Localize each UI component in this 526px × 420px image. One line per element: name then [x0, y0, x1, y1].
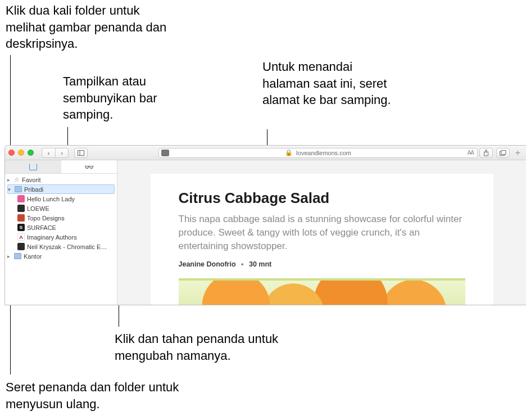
new-tab-button[interactable]: +: [513, 148, 523, 158]
bookmark-item[interactable]: LOEWE: [5, 204, 117, 213]
page-content: Citrus Cabbage Salad This napa cabbage s…: [117, 160, 526, 305]
bookmark-list: ▸ ☆ Favorit ▾ Pribadi Hello Lunch Lady L…: [5, 174, 117, 305]
bookmark-label: Topo Designs: [27, 215, 65, 222]
back-button[interactable]: ‹: [42, 148, 55, 158]
bookmarks-sidebar: 👓 ▸ ☆ Favorit ▾ Pribadi Hello Lunch Lady: [5, 160, 117, 305]
text-size-button[interactable]: AA: [468, 150, 474, 156]
svg-rect-5: [501, 150, 506, 154]
zoom-button[interactable]: [28, 150, 34, 156]
article-byline: Jeanine Donofrio • 30 mnt: [179, 260, 465, 268]
glasses-icon: 👓: [84, 162, 94, 171]
bookmark-item[interactable]: Neil Kryszak - Chromatic E…: [5, 242, 117, 251]
callout-line: [67, 127, 68, 147]
callout-reorder: Seret penanda dan folder untuk menyusun …: [6, 379, 202, 412]
bookmark-label: Neil Kryszak - Chromatic E…: [27, 243, 107, 250]
bookmark-label: Imaginary Authors: [27, 234, 77, 241]
share-button[interactable]: [479, 148, 493, 158]
article-time: 30 mnt: [249, 260, 271, 268]
nav-group: ‹ ›: [42, 148, 69, 158]
callout-showhide: Tampilkan atau sembunyikan bar samping.: [63, 73, 203, 123]
bookmark-item[interactable]: A Imaginary Authors: [5, 232, 117, 242]
lock-icon: 🔒: [285, 149, 293, 156]
close-button[interactable]: [8, 150, 15, 156]
sidebar-toggle-button[interactable]: [74, 148, 88, 158]
folder-icon: [15, 186, 22, 192]
reader-icon[interactable]: [161, 150, 169, 156]
callout-dragaddress: Untuk menandai halaman saat ini, seret a…: [262, 58, 403, 109]
bookmark-item[interactable]: Hello Lunch Lady: [5, 194, 117, 204]
article-author: Jeanine Donofrio: [179, 260, 236, 268]
chevron-right-icon[interactable]: ▸: [7, 254, 12, 259]
url-text: loveandlemons.com: [296, 150, 351, 156]
forward-button[interactable]: ›: [55, 148, 69, 158]
chevron-down-icon[interactable]: ▾: [8, 187, 12, 192]
favicon: S: [17, 224, 25, 231]
article-title: Citrus Cabbage Salad: [179, 189, 465, 207]
separator-dot: •: [241, 260, 243, 268]
folder-icon: [14, 253, 21, 259]
svg-rect-0: [78, 150, 84, 155]
bookmark-item[interactable]: Topo Designs: [5, 213, 117, 223]
bookmarks-tab[interactable]: [5, 160, 61, 173]
folder-kantor[interactable]: ▸ Kantor: [5, 251, 117, 261]
tabs-button[interactable]: [496, 148, 510, 158]
traffic-lights: [8, 150, 34, 156]
star-icon: ☆: [14, 176, 20, 183]
safari-window: ‹ › 🔒 loveandlemons.com AA +: [4, 145, 526, 305]
favicon: [17, 243, 25, 250]
article-hero-image: [179, 278, 465, 305]
reading-list-tab[interactable]: 👓: [61, 160, 117, 173]
chevron-right-icon[interactable]: ▸: [7, 177, 12, 183]
favicon: [17, 205, 25, 212]
folder-favorit[interactable]: ▸ ☆ Favorit: [5, 175, 117, 184]
folder-label: Kantor: [24, 253, 42, 260]
sidebar-tabs: 👓: [5, 160, 117, 174]
reader-article: Citrus Cabbage Salad This napa cabbage s…: [151, 174, 493, 305]
titlebar: ‹ › 🔒 loveandlemons.com AA +: [5, 146, 526, 160]
folder-label: Pribadi: [24, 186, 43, 193]
bookmark-item[interactable]: S SURFACE: [5, 223, 117, 232]
callout-clickhold: Klik dan tahan penanda untuk mengubah na…: [115, 331, 339, 364]
folder-label: Favorit: [22, 177, 41, 183]
favicon: A: [17, 233, 25, 241]
bookmark-label: Hello Lunch Lady: [27, 196, 75, 202]
book-icon: [29, 164, 37, 170]
bookmark-label: LOEWE: [27, 205, 49, 212]
folder-pribadi[interactable]: ▾ Pribadi: [7, 184, 115, 194]
address-bar[interactable]: 🔒 loveandlemons.com AA: [158, 148, 478, 158]
article-description: This napa cabbage salad is a stunning sh…: [179, 213, 465, 252]
minimize-button[interactable]: [18, 150, 24, 156]
favicon: [17, 214, 25, 222]
favicon: [17, 195, 25, 202]
bookmark-label: SURFACE: [27, 224, 56, 231]
callout-doubleclick: Klik dua kali folder untuk melihat gamba…: [6, 2, 174, 52]
